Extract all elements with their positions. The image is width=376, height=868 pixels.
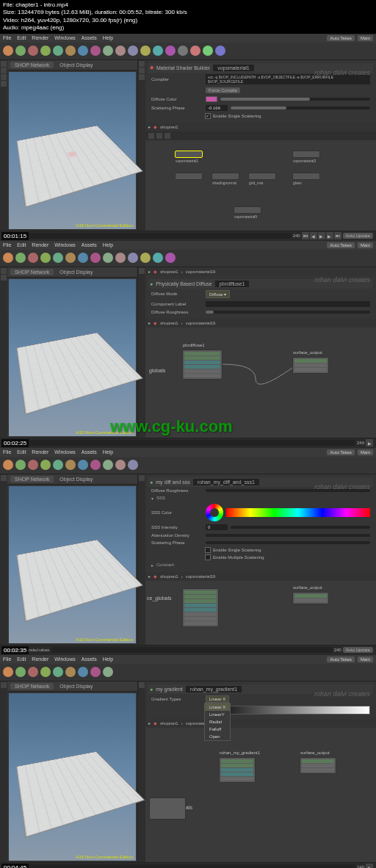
tool-btn[interactable] [1,61,7,67]
node-path[interactable]: shopnet1 [160,270,178,274]
shelf-icon[interactable] [90,253,101,263]
timeline-track[interactable] [7,864,355,868]
menu-windows[interactable]: Windows [54,449,75,455]
attenuation-slider[interactable] [206,534,370,537]
shelf-icon[interactable] [103,460,113,470]
main-take-button[interactable]: Main [358,35,373,41]
next-button[interactable]: ▶ [326,232,333,239]
menu-edit[interactable]: Edit [17,657,26,662]
shelf-icon[interactable] [153,46,163,56]
node-tool[interactable] [148,133,154,139]
menu-file[interactable]: File [3,449,11,455]
menu-help[interactable]: Help [103,35,113,40]
tool-btn[interactable] [1,475,7,481]
end-button[interactable]: ⏭ [334,232,341,239]
scattering-slider[interactable] [231,106,370,109]
dropdown-item[interactable]: LinearY [205,711,230,718]
main-take-button[interactable]: Main [358,242,373,248]
scattering-phase-input[interactable] [206,105,228,111]
node-canvas[interactable]: ce_globals surface_output [145,581,376,640]
menu-render[interactable]: Render [32,449,48,455]
menu-file[interactable]: File [3,657,11,662]
viewport-3d[interactable]: H15 Non-Commercial Edition [9,486,136,643]
menu-edit[interactable]: Edit [17,242,26,247]
tab-object-display[interactable]: Object Display [59,62,93,68]
timeline-track[interactable] [51,647,333,653]
menu-help[interactable]: Help [103,242,113,247]
shelf-icon[interactable] [215,46,225,56]
shelf-icon[interactable] [28,667,38,677]
dropdown-item[interactable]: Open [205,733,230,740]
shelf-icon[interactable] [165,253,176,263]
shelf-icon[interactable] [65,253,76,263]
node-tool[interactable] [164,133,170,139]
param-name-field[interactable]: pbrdiffuse1 [215,281,250,287]
shelf-icon[interactable] [40,460,51,470]
play-button[interactable]: ▶ [366,439,373,446]
sss-node[interactable] [182,588,219,627]
shelf-icon[interactable] [53,667,63,677]
tab-object-display[interactable]: Object Display [59,270,93,275]
viewport-3d[interactable]: H15 Non-Commercial Edition [9,693,136,861]
menu-windows[interactable]: Windows [54,35,75,40]
shelf-icon[interactable] [15,667,26,677]
rewind-button[interactable]: ⏮ [302,232,309,239]
shelf-icon[interactable] [78,460,88,470]
auto-takes-button[interactable]: Auto Takes [327,242,355,248]
node-path2[interactable]: vopsmaterial19 [186,321,216,325]
component-input[interactable] [206,301,370,307]
shelf-icon[interactable] [78,253,88,263]
dropdown-item[interactable]: Linear X [205,704,230,711]
shelf-icon[interactable] [90,46,101,56]
pbrdiffuse-node[interactable]: pbrdiffuse1 [182,350,223,380]
param-name-field[interactable]: rohan_my_diff_and_sss1 [193,479,259,485]
main-take-button[interactable]: Main [358,657,373,662]
shelf-icon[interactable] [78,46,88,56]
play-button[interactable]: ▶ [366,864,373,868]
node-path[interactable]: shopnet1 [160,125,178,129]
gradient-types-dropdown[interactable]: Linear X [206,695,229,703]
shelf-icon[interactable] [115,253,126,263]
shelf-icon[interactable] [15,253,26,263]
shelf-icon[interactable] [15,460,26,470]
intensity-slider[interactable] [231,526,370,529]
tool-btn[interactable] [139,268,145,274]
shelf-icon[interactable] [190,46,200,56]
shelf-icon[interactable] [90,667,101,677]
surface-output-node[interactable]: surface_output [292,592,329,604]
diffuse-mode-dropdown[interactable]: Diffuse ▾ [206,290,230,298]
tab-shop-network[interactable]: SHOP Network [10,476,54,482]
menu-render[interactable]: Render [32,35,48,40]
shelf-icon[interactable] [53,253,63,263]
node-canvas[interactable]: globals pbrdiffuse1 surface_output [145,328,376,416]
param-name-field[interactable]: vopsmaterial1 [213,65,254,71]
shelf-icon[interactable] [103,253,113,263]
menu-file[interactable]: File [3,35,11,40]
play-button[interactable]: ▶ [318,232,325,239]
shelf-icon[interactable] [165,46,176,56]
surface-output-node[interactable]: surface_output [300,757,336,774]
shelf-icon[interactable] [3,253,13,263]
tool-btn[interactable] [1,275,7,281]
sss-intensity-input[interactable] [206,524,228,530]
shelf-icon[interactable] [128,46,138,56]
timeline-track[interactable] [7,440,355,446]
menu-edit[interactable]: Edit [17,35,26,40]
tab-object-display[interactable]: Object Display [59,477,93,482]
shelf-icon[interactable] [3,46,13,56]
shelf-icon[interactable] [53,46,63,56]
shelf-icon[interactable] [115,46,126,56]
hue-strip[interactable] [226,508,370,517]
auto-update-button[interactable]: Auto Update [343,647,373,653]
menu-assets[interactable]: Assets [82,35,97,40]
viewport-3d[interactable]: H15 Non-Commercial Edition [9,72,136,229]
auto-takes-button[interactable]: Auto Takes [327,35,355,41]
menu-render[interactable]: Render [32,242,48,247]
auto-takes-button[interactable]: Auto Takes [327,449,355,455]
main-take-button[interactable]: Main [358,449,373,455]
shelf-icon[interactable] [65,667,76,677]
dropdown-item[interactable]: Falloff [205,726,230,733]
menu-file[interactable]: File [3,242,11,247]
menu-assets[interactable]: Assets [82,449,97,455]
node-path2[interactable]: vopsmaterial19 [186,270,216,274]
